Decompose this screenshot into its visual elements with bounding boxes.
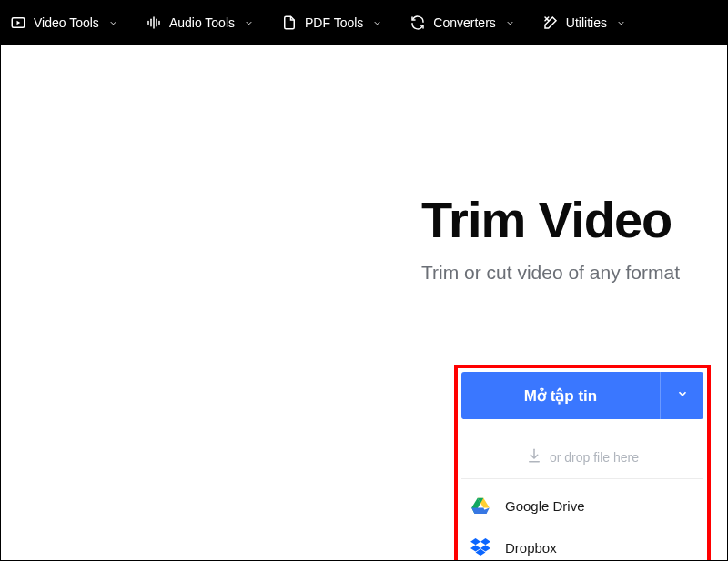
open-file-button[interactable]: Mở tập tin <box>461 372 660 419</box>
nav-label: Audio Tools <box>169 15 235 30</box>
open-file-label: Mở tập tin <box>524 386 597 406</box>
convert-icon <box>410 15 426 31</box>
open-file-row: Mở tập tin <box>461 372 703 419</box>
play-rect-icon <box>10 15 26 31</box>
drop-file-zone[interactable]: or drop file here <box>461 436 703 479</box>
nav-converters[interactable]: Converters <box>410 15 514 31</box>
chevron-down-icon <box>616 18 626 28</box>
google-drive-icon <box>470 496 490 516</box>
main-area: Trim Video Trim or cut video of any form… <box>1 45 727 561</box>
chevron-down-icon <box>372 18 382 28</box>
top-navbar: Video Tools Audio Tools PDF Tools Conver… <box>1 1 727 45</box>
nav-label: Video Tools <box>34 15 99 30</box>
audio-wave-icon <box>146 15 162 31</box>
download-icon <box>526 447 542 466</box>
hero: Trim Video Trim or cut video of any form… <box>421 190 680 284</box>
chevron-down-icon <box>244 18 254 28</box>
nav-utilities[interactable]: Utilities <box>542 15 626 31</box>
file-icon <box>281 15 298 31</box>
page-title: Trim Video <box>421 190 680 249</box>
nav-video-tools[interactable]: Video Tools <box>10 15 118 31</box>
nav-label: PDF Tools <box>305 15 363 30</box>
nav-label: Converters <box>433 15 495 30</box>
nav-pdf-tools[interactable]: PDF Tools <box>281 15 382 31</box>
open-file-panel-highlight: Mở tập tin or drop file here Google Driv… <box>454 365 711 561</box>
nav-audio-tools[interactable]: Audio Tools <box>146 15 254 31</box>
svg-marker-9 <box>471 507 486 514</box>
open-file-dropdown-toggle[interactable] <box>660 372 703 419</box>
source-label: Google Drive <box>505 498 585 514</box>
source-list: Google Drive Dropbox From URL <box>461 479 703 561</box>
nav-label: Utilities <box>566 15 607 30</box>
source-google-drive[interactable]: Google Drive <box>461 485 703 526</box>
chevron-down-icon <box>108 18 118 28</box>
page-subtitle: Trim or cut video of any format <box>421 262 680 284</box>
chevron-down-icon <box>676 387 689 404</box>
source-dropbox[interactable]: Dropbox <box>461 526 703 561</box>
tools-icon <box>542 15 559 31</box>
svg-marker-11 <box>470 538 480 545</box>
svg-marker-12 <box>480 538 490 545</box>
dropbox-icon <box>470 537 490 557</box>
chevron-down-icon <box>505 18 515 28</box>
drop-file-label: or drop file here <box>550 450 639 465</box>
source-label: Dropbox <box>505 540 557 556</box>
